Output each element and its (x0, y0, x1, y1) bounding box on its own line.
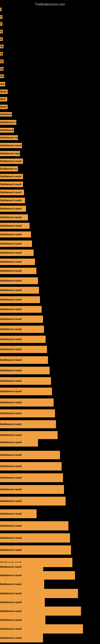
bar-label: Bottleneck result (0, 497, 66, 506)
bar-label: Bottleneck result (0, 473, 63, 482)
bar-label: B (0, 37, 3, 41)
bar-label: Bottleneck result (0, 634, 43, 642)
bar-label: Bottleneck result (0, 158, 23, 164)
bar-item: Bottleneck result (0, 232, 31, 238)
bar-label: Bottleneck result (0, 388, 52, 395)
bar-label: Bottleneck result (0, 462, 62, 470)
bar-label: E (0, 22, 2, 26)
bar-label: Bottleneck result (0, 250, 34, 256)
bar-label: Bottleneck result (0, 616, 46, 624)
bar-label: Bottleneck result (0, 589, 78, 598)
bar-label: Bottlenec (0, 112, 12, 116)
bar-label: Bottleneck result (0, 296, 40, 303)
bar-label: Bottleneck result (0, 409, 55, 418)
bar-item: Bottleneck result (0, 521, 68, 530)
bar-label: Bottleneck res (0, 120, 16, 125)
bar-item: Bottleneck result (0, 598, 45, 606)
bar-item: Bottleneck result (0, 438, 38, 446)
bar-label: Bottl (0, 105, 8, 109)
bar-label: Bottleneck result (0, 377, 51, 385)
bar-item: F (0, 15, 2, 19)
bar-label: Bo (0, 67, 3, 71)
bar-label: Bottleneck result (0, 277, 38, 284)
bar-label: Bottleneck result (0, 174, 23, 179)
bar-label: Bottleneck result (0, 398, 53, 406)
bar-item: Bottleneck re (0, 166, 18, 172)
bar-item: Bottleneck result (0, 174, 23, 179)
bar-label: Bottleneck result (0, 240, 32, 247)
bar-label: Bottleneck result (0, 521, 68, 530)
bar-label: | (0, 8, 1, 11)
bar-item: Bottleneck result (0, 367, 50, 374)
bar-label: Bottleneck result (0, 606, 81, 616)
bar-item: Bottleneck result (0, 533, 70, 542)
bar-item: Bottleneck result (0, 580, 44, 589)
bar-item: Bottleneck resu (0, 151, 20, 156)
bar-label: Bottleneck result (0, 190, 24, 195)
bar-item: Bottleneck result (0, 546, 71, 555)
bar-item: Bottleneck result (0, 336, 46, 343)
bar-item: Bottleneck result (0, 190, 24, 195)
bar-item: Bottl (0, 90, 8, 94)
bar-item: Bo (0, 67, 3, 71)
bar-label: Bott (0, 97, 7, 102)
bar-item: Bottleneck result (0, 431, 58, 439)
bar-item: Bottleneck result (0, 388, 52, 395)
bar-label: Bottleneck resu (0, 151, 20, 156)
bar-label: Bottleneck result (0, 316, 43, 323)
bar-item: Bottleneck result (0, 634, 43, 642)
bar-item: Bottleneck result (0, 616, 46, 624)
bar-label: Bottleneck result (0, 598, 45, 606)
bar-label: Bo (0, 74, 4, 78)
bar-label: Bottleneck result (0, 580, 44, 589)
bar-item: Bottleneck result (0, 316, 43, 323)
bar-item: Bottleneck result (0, 206, 26, 212)
bar-item: Bottleneck result (0, 398, 53, 406)
bar-item: Bottleneck result (0, 462, 62, 470)
bar-label: Bottleneck result (0, 431, 58, 439)
bar-label: Bot (0, 82, 5, 86)
bar-label: Bottleneck result (0, 214, 28, 220)
bar-item: Bottleneck result (0, 356, 48, 364)
bar-label: Bottleneck result (0, 420, 56, 428)
bar-label: Bottleneck result (0, 346, 47, 353)
bar-label: B (0, 30, 3, 34)
bar-item: Bottleneck result (0, 497, 66, 506)
bar-label: Bi (0, 60, 3, 63)
bar-item: B (0, 52, 3, 56)
bar-item: Bottleneck (0, 128, 14, 132)
bar-item: Bottleneck result (0, 277, 38, 284)
bar-item: Bottleneck result (0, 606, 81, 616)
bar-label: Bottleneck resu (0, 135, 18, 140)
bar-item: Bottl (0, 105, 8, 109)
bar-item: Bottleneck result (0, 143, 22, 148)
bar-item: Bot (0, 82, 5, 86)
bar-label: Bottleneck result (0, 223, 30, 229)
bar-item: Bottleneck result (0, 223, 30, 229)
bar-item: Bott (0, 97, 7, 102)
bar-item: Bo (0, 45, 3, 48)
bar-item: Bottleneck result (0, 377, 51, 385)
bar-label: Bottleneck result (0, 258, 35, 265)
bar-label: Bottleneck result (0, 336, 46, 343)
bar-item: Bottleneck result (0, 420, 56, 428)
bar-item: Bottleneck result (0, 258, 35, 265)
bar-label: Bottleneck result (0, 485, 64, 494)
bar-label: Bottleneck result (0, 451, 60, 459)
bar-label: Bottleneck re (0, 166, 18, 172)
bar-label: Bottleneck result (0, 509, 37, 518)
bar-item: Bottleneck result (0, 409, 55, 418)
bar-item: Bottleneck result (0, 287, 39, 294)
bar-label: Bottleneck result (0, 546, 71, 555)
bar-item: Bottleneck resu (0, 135, 18, 140)
bar-label: Bottleneck result (0, 306, 42, 313)
bar-item: Bottleneck result (0, 326, 44, 333)
bar-label: Bottleneck result (0, 232, 31, 238)
bar-item: Bottleneck result (0, 198, 25, 203)
bar-label: Bottleneck result (0, 268, 36, 274)
bar-item: Bottleneck result (0, 182, 23, 187)
bar-item: Bottleneck result (0, 509, 37, 518)
bar-item: B (0, 30, 3, 34)
bar-item: Bottleneck result (0, 485, 64, 494)
bar-item: Bottleneck result (0, 451, 60, 459)
